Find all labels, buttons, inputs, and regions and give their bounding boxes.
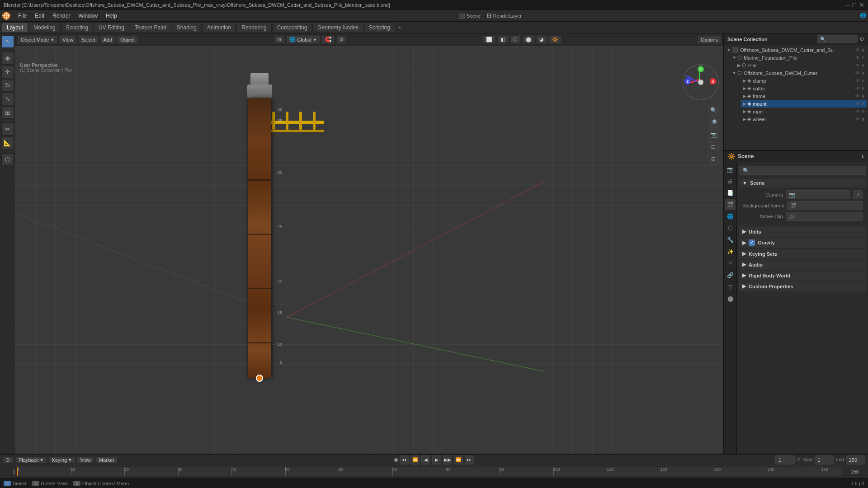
tab-rendering[interactable]: Rendering (236, 23, 271, 32)
outliner-item-cutter[interactable]: ▶ ◈ cutter 👁 🖱 (741, 84, 867, 92)
outliner-item-frame[interactable]: ▶ ◈ frame 👁 🖱 (741, 92, 867, 100)
menu-window[interactable]: Window (75, 12, 101, 20)
tab-shading[interactable]: Shading (172, 23, 202, 32)
add-cube-tool[interactable]: ⬡ (1, 153, 14, 166)
view-menu[interactable]: View (60, 36, 76, 43)
tab-compositing[interactable]: Compositing (272, 23, 312, 32)
gravity-checkbox[interactable]: ✓ (749, 239, 755, 246)
data-props-tab[interactable]: ▽ (725, 282, 736, 292)
tab-geometry-nodes[interactable]: Geometry Nodes (312, 23, 363, 32)
view-local-btn[interactable]: ⊟ (708, 154, 719, 164)
menu-render[interactable]: Render (49, 12, 74, 20)
transform-orientations[interactable]: 🌐 Global ▼ (287, 36, 320, 43)
play-btn[interactable]: ▶ (432, 455, 441, 465)
tab-layout[interactable]: Layout (2, 23, 28, 32)
zoom-in-btn[interactable]: 🔍 (708, 105, 719, 116)
menu-file[interactable]: File (14, 12, 30, 20)
props-search-input[interactable] (739, 166, 866, 175)
scene-section-header[interactable]: ▼ Scene (739, 178, 866, 188)
rotate-tool[interactable]: ↻ (1, 79, 14, 92)
move-tool[interactable]: ✛ (1, 66, 14, 78)
timeline-bar[interactable]: 1 1 10 20 30 40 50 60 70 80 90 100 110 1… (0, 465, 868, 478)
current-frame-field[interactable]: 1 (775, 455, 795, 465)
menu-help[interactable]: Help (102, 12, 121, 20)
object-props-tab[interactable]: ⬡ (725, 223, 736, 234)
keying-menu[interactable]: Keying ▼ (49, 457, 75, 463)
transform-pivot[interactable]: ⊙ (274, 36, 284, 43)
next-frame-btn[interactable]: ▶▶ (443, 455, 452, 465)
physics-props-tab[interactable]: ⚛ (725, 258, 736, 269)
camera-view-btn[interactable]: 📷 (708, 129, 719, 140)
material-props-tab[interactable]: ⬤ (725, 293, 736, 304)
render-props-tab[interactable]: 📷 (725, 164, 736, 175)
prev-frame-btn[interactable]: ◀ (421, 455, 430, 465)
particles-props-tab[interactable]: ✨ (725, 246, 736, 257)
tab-modeling[interactable]: Modeling (28, 23, 61, 32)
modifier-props-tab[interactable]: 🔧 (725, 235, 736, 245)
proportional-edit[interactable]: ⊚ (337, 36, 346, 43)
select-tool[interactable]: ↖ (1, 35, 14, 48)
outliner-item-clamp[interactable]: ▶ ◈ clamp 👁 🖱 (741, 77, 867, 84)
measure-tool[interactable]: 📐 (1, 136, 14, 149)
bg-scene-field[interactable]: 🎬 (787, 201, 863, 210)
object-menu[interactable]: Object (118, 36, 137, 43)
outliner-item-dwcm[interactable]: ▼ ⬡ Offshore_Subsea_DWCM_Cutter 👁 🖱 (730, 69, 867, 77)
scene-props-tab[interactable]: 🎬 (725, 199, 736, 210)
outliner-collection-root[interactable]: ▼ ⬛ Offshore_Subsea_DWCM_Cutter_and_Su 👁… (725, 46, 867, 54)
blender-logo[interactable] (2, 11, 11, 20)
jump-prev-btn[interactable]: ⏪ (410, 455, 420, 465)
tab-uv-editing[interactable]: UV Editing (94, 23, 129, 32)
playback-menu[interactable]: Playback ▼ (16, 457, 47, 463)
timeline-track[interactable]: 1 10 20 30 40 50 60 70 80 90 100 110 120… (17, 467, 842, 476)
jump-next-btn[interactable]: ⏩ (454, 455, 463, 465)
active-clip-field[interactable]: 🎥 (786, 212, 863, 221)
shading-rendered[interactable]: 🔆 (549, 36, 561, 43)
overlay-toggle[interactable]: ⬜ (483, 36, 495, 43)
gravity-section-header[interactable]: ▶ ✓ Gravity (739, 238, 866, 248)
view-all-btn[interactable]: ⊡ (708, 141, 719, 152)
outliner-item-mount[interactable]: ▶ ◈ mount 👁 🖱 (741, 100, 867, 108)
outliner-item-pile[interactable]: ▶ ⬡ Pile 👁 🖱 (736, 61, 867, 69)
tab-sculpting[interactable]: Sculpting (61, 23, 93, 32)
menu-edit[interactable]: Edit (31, 12, 48, 20)
shading-material[interactable]: ◕ (537, 36, 547, 43)
options-dropdown[interactable]: Options (698, 36, 721, 43)
marker-menu[interactable]: Marker (96, 457, 117, 463)
outliner-filter-icon[interactable]: ⚙ (859, 36, 864, 42)
outliner-item-marine-foundation[interactable]: ▼ ⬡ Marine_Foundation_Pile 👁 🖱 (730, 54, 867, 61)
outliner-search[interactable] (817, 35, 858, 43)
constraints-props-tab[interactable]: 🔗 (725, 270, 736, 281)
custom-props-header[interactable]: ▶ Custom Properties (739, 282, 866, 291)
jump-end-btn[interactable]: ⏭ (465, 455, 474, 465)
timeline-view-type[interactable]: ⏱ (3, 457, 13, 463)
output-props-tab[interactable]: 🖨 (725, 176, 736, 187)
scale-tool[interactable]: ⤡ (1, 93, 14, 105)
end-frame-field[interactable]: 250 (846, 455, 865, 465)
view-menu[interactable]: View (77, 457, 94, 463)
close-btn[interactable]: ✕ (859, 1, 864, 9)
viewport[interactable]: Object Mode ▼ View Select Add Object ⊙ 🌐… (15, 33, 723, 454)
camera-field[interactable]: 📷 (786, 190, 850, 199)
add-menu[interactable]: Add (101, 36, 115, 43)
transform-tool[interactable]: ⊞ (1, 106, 14, 119)
properties-options-icon[interactable]: ⬇ (861, 154, 864, 159)
cursor-tool[interactable]: ⊕ (1, 52, 14, 65)
tab-add-button[interactable]: + (396, 23, 404, 32)
window-controls[interactable]: ─ □ ✕ (845, 1, 864, 9)
nav-gizmo[interactable]: X Y Z (683, 64, 719, 100)
shading-wireframe[interactable]: ⬡ (510, 36, 520, 43)
tab-scripting[interactable]: Scripting (364, 23, 395, 32)
rigid-body-header[interactable]: ▶ Rigid Body World (739, 271, 866, 280)
viewport-canvas[interactable]: User Perspective (1) Scene Collection | … (15, 46, 723, 454)
view-layer-props-tab[interactable]: 📑 (725, 188, 736, 198)
maximize-btn[interactable]: □ (853, 1, 856, 9)
annotate-tool[interactable]: ✏ (1, 123, 14, 136)
camera-goto-icon[interactable]: ↗ (853, 190, 863, 199)
outliner-item-rope[interactable]: ▶ ◈ rope 👁 🖱 (741, 108, 867, 115)
snap-toggle[interactable]: 🧲 (322, 36, 334, 43)
units-section-header[interactable]: ▶ Units (739, 227, 866, 236)
jump-start-btn[interactable]: ⏮ (400, 455, 409, 465)
shading-solid[interactable]: ⬤ (523, 36, 534, 43)
audio-section-header[interactable]: ▶ Audio (739, 260, 866, 269)
pile-3d-object[interactable]: 36 35 30 25 20 15 10 5 (248, 73, 272, 378)
